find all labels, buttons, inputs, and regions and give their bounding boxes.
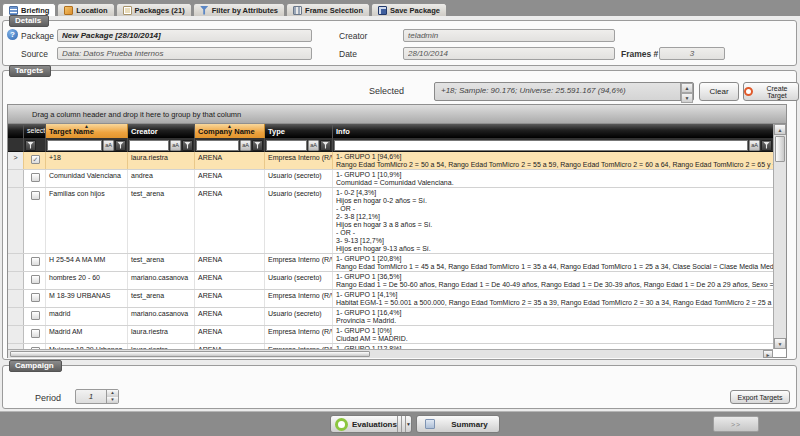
period-stepper-arrows: ▲ ▼	[106, 390, 118, 403]
cell-type: Empresa Interno (R/W)	[265, 152, 333, 169]
column-header-info[interactable]: Info	[333, 124, 773, 138]
tab-frame-selection[interactable]: Frame Selection	[286, 3, 370, 16]
table-row[interactable]: hombres 20 - 60mariano.casanovaARENAUsua…	[8, 272, 773, 290]
cell-company-name: ARENA	[195, 188, 265, 253]
table-row[interactable]: Madrid AMlaura.riestraARENAEmpresa Inter…	[8, 326, 773, 344]
packages-icon	[123, 6, 132, 15]
group-by-bar[interactable]: Drag a column header and drop it here to…	[8, 105, 786, 124]
help-icon[interactable]: ?	[7, 29, 18, 40]
creator-input[interactable]	[403, 29, 615, 42]
evaluations-button[interactable]: Evaluations ▼	[330, 415, 412, 433]
selected-label: Selected	[369, 86, 404, 96]
tab-filter-by-attributes[interactable]: Filter by Attributes	[193, 3, 285, 16]
info-line: Hijos en hogar 0-2 años = Sí.	[336, 197, 773, 205]
column-header-select[interactable]: select	[24, 124, 46, 138]
tab-location[interactable]: Location	[57, 3, 114, 16]
frames-input[interactable]	[659, 47, 725, 60]
date-input[interactable]	[403, 47, 615, 60]
create-target-icon	[744, 87, 753, 96]
horizontal-scrollbar[interactable]: ►	[8, 349, 773, 358]
match-case-button[interactable]: aA	[240, 140, 251, 151]
period-stepper[interactable]: 1 ▲ ▼	[75, 389, 119, 404]
evaluations-dropdown-arrow[interactable]: ▼	[405, 416, 411, 432]
row-checkbox[interactable]	[31, 191, 40, 200]
table-row[interactable]: >✓+18laura.riestraARENAEmpresa Interno (…	[8, 152, 773, 170]
scroll-right-icon[interactable]: ►	[763, 350, 773, 358]
spinner-down-icon[interactable]: ▼	[107, 397, 118, 404]
row-indicator	[8, 170, 24, 187]
filter-funnel-button[interactable]	[25, 140, 36, 151]
match-case-button[interactable]: aA	[103, 140, 114, 151]
row-checkbox[interactable]	[31, 329, 40, 338]
filter-funnel-button[interactable]	[761, 140, 772, 151]
export-targets-button[interactable]: Export Targets	[730, 390, 790, 404]
application-window: Briefing Location Packages (21) Filter b…	[0, 0, 800, 436]
filter-input-creator[interactable]	[129, 140, 169, 151]
info-line: Hijos en hogar 3 a 8 años = Sí.	[336, 221, 773, 229]
source-input[interactable]	[57, 47, 312, 60]
filter-funnel-button[interactable]	[182, 140, 193, 151]
table-row[interactable]: madridmariano.casanovaARENAUsuario (secr…	[8, 308, 773, 326]
tab-save-package[interactable]: Save Package	[371, 3, 447, 16]
scroll-up-icon[interactable]: ▲	[774, 124, 786, 135]
details-section-label: Details	[9, 15, 49, 27]
save-icon	[378, 6, 387, 15]
horizontal-scroll-thumb[interactable]	[10, 351, 370, 357]
filter-input-company[interactable]	[196, 140, 239, 151]
package-input[interactable]	[57, 29, 312, 42]
row-checkbox[interactable]	[31, 293, 40, 302]
match-case-button[interactable]: aA	[170, 140, 181, 151]
info-line: Rango Edad 1 = De 50-60 años, Rango Edad…	[336, 281, 773, 289]
info-line: 1- GRUPO 1 [10,9%]	[336, 171, 773, 179]
vertical-scroll-thumb[interactable]	[775, 136, 785, 162]
column-header-type[interactable]: Type	[265, 124, 333, 138]
filter-funnel-button[interactable]	[252, 140, 263, 151]
filter-input-target-name[interactable]	[47, 140, 102, 151]
filter-input-info[interactable]	[334, 140, 748, 151]
sort-asc-icon: ▲	[84, 124, 89, 129]
info-line: 3- 9-13 [12,7%]	[336, 237, 773, 245]
row-checkbox[interactable]	[31, 275, 40, 284]
match-case-button[interactable]: aA	[749, 140, 760, 151]
row-indicator	[8, 272, 24, 289]
next-button[interactable]: >>	[713, 416, 759, 432]
cell-select	[24, 254, 46, 271]
period-label: Period	[35, 393, 61, 403]
cell-type: Usuario (secreto)	[265, 170, 333, 187]
column-header-creator[interactable]: Creator	[128, 124, 195, 138]
info-line: Comunidad = Comunidad Valenciana.	[336, 179, 773, 187]
filter-input-type[interactable]	[266, 140, 307, 151]
row-checkbox[interactable]: ✓	[31, 155, 40, 164]
table-row[interactable]: Familias con hijostest_arenaARENAUsuario…	[8, 188, 773, 254]
table-row[interactable]: M 18-39 URBANAStest_arenaARENAEmpresa In…	[8, 290, 773, 308]
tab-packages[interactable]: Packages (21)	[116, 3, 192, 16]
vertical-scrollbar[interactable]: ▲ ▼	[773, 124, 786, 349]
clear-button[interactable]: Clear	[699, 82, 739, 101]
filter-cell-info: aA	[333, 138, 773, 152]
info-line: Ciudad AM = MADRID.	[336, 335, 773, 343]
row-checkbox[interactable]	[31, 311, 40, 320]
create-target-button[interactable]: Create Target	[743, 82, 799, 101]
spinner-up-icon[interactable]: ▲	[681, 83, 693, 93]
table-row[interactable]: Comunidad ValencianaandreaARENAUsuario (…	[8, 170, 773, 188]
filter-funnel-button[interactable]	[115, 140, 126, 151]
targets-grid: Drag a column header and drop it here to…	[7, 104, 787, 358]
row-checkbox[interactable]	[31, 257, 40, 266]
selected-target-combo[interactable]: +18; Sample: 90.176; Universe: 25.591.16…	[434, 82, 694, 101]
table-row[interactable]: H 25-54 A MA MMtest_arenaARENAEmpresa In…	[8, 254, 773, 272]
cell-target-name: M 18-39 URBANAS	[46, 290, 128, 307]
targets-section: Targets Selected +18; Sample: 90.176; Un…	[2, 70, 797, 360]
grid-body: >✓+18laura.riestraARENAEmpresa Interno (…	[8, 152, 773, 349]
spinner-down-icon[interactable]: ▼	[681, 93, 693, 103]
summary-button[interactable]: Summary	[416, 415, 500, 433]
row-checkbox[interactable]	[31, 173, 40, 182]
column-header-company-name[interactable]: ▲ Company Name	[195, 124, 265, 138]
column-header-target-name[interactable]: ▲ Target Name	[46, 124, 128, 138]
info-line: 1- GRUPO 1 [4,1%]	[336, 291, 773, 299]
match-case-button[interactable]: aA	[308, 140, 319, 151]
filter-funnel-button[interactable]	[320, 140, 331, 151]
targets-section-label: Targets	[9, 65, 51, 77]
cell-creator: test_arena	[128, 188, 195, 253]
scroll-down-icon[interactable]: ▼	[774, 338, 786, 349]
cell-creator: mariano.casanova	[128, 308, 195, 325]
